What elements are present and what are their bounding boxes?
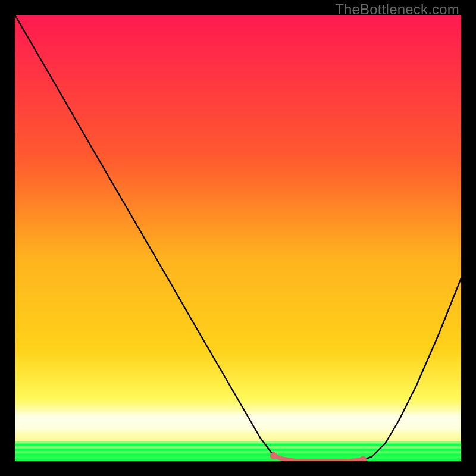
bottleneck-curve (15, 15, 461, 461)
chart-plot-area (15, 15, 461, 461)
watermark-label: TheBottleneck.com (335, 1, 459, 18)
outer-frame: TheBottleneck.com (0, 0, 476, 476)
